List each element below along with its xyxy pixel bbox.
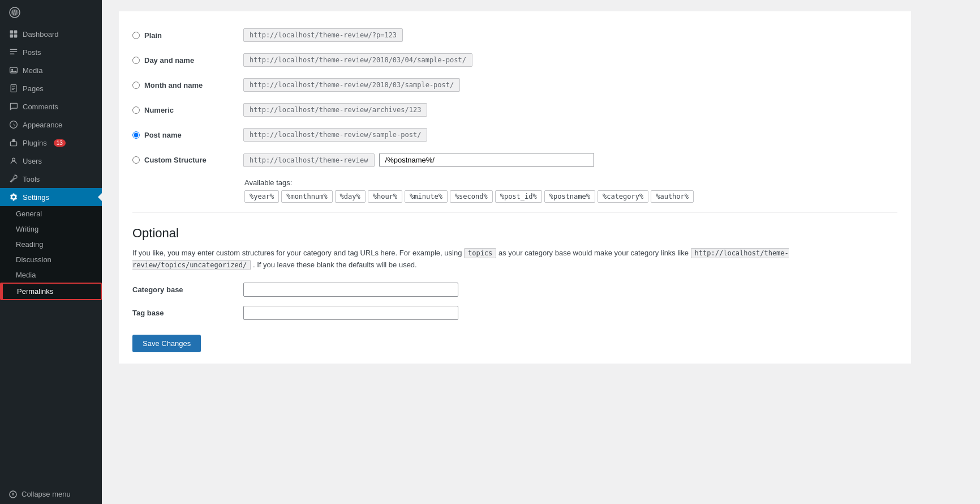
tag-hour[interactable]: %hour% [368,190,402,203]
permalink-option-label-post-name: Post name [144,131,182,139]
permalink-radio-custom[interactable] [132,156,140,164]
submenu-item-media[interactable]: Media [0,267,102,283]
sidebar-item-settings[interactable]: Settings [0,188,102,206]
sidebar-item-dashboard[interactable]: Dashboard [0,25,102,43]
sidebar-label-dashboard: Dashboard [23,30,59,39]
svg-rect-9 [10,67,18,73]
permalink-url-custom-prefix: http://localhost/theme-review [243,153,375,167]
permalink-radio-numeric[interactable] [132,106,140,114]
sidebar-item-plugins[interactable]: Plugins 13 [0,134,102,152]
optional-desc-part1: If you like, you may enter custom struct… [132,249,462,257]
svg-rect-14 [12,89,14,90]
save-changes-button[interactable]: Save Changes [132,335,201,352]
sidebar-item-media[interactable]: Media [0,61,102,79]
svg-rect-13 [12,88,15,88]
submenu-item-general[interactable]: General [0,206,102,221]
media-icon [9,66,18,75]
sidebar-item-comments[interactable]: Comments [0,97,102,116]
appearance-icon [9,120,18,129]
sidebar-item-posts[interactable]: Posts [0,43,102,61]
dashboard-icon [9,29,18,39]
optional-section: Optional If you like, you may enter cust… [132,226,897,352]
permalink-option-label-custom: Custom Structure [144,156,207,164]
tag-category[interactable]: %category% [598,190,648,203]
sidebar-label-settings: Settings [23,193,49,202]
sidebar-item-users[interactable]: Users [0,152,102,170]
svg-rect-4 [10,35,14,38]
settings-icon [9,193,18,202]
collapse-menu-button[interactable]: Collapse menu [0,484,102,504]
sidebar-label-plugins: Plugins [23,139,47,147]
permalink-radio-month-name[interactable] [132,82,140,89]
svg-rect-7 [10,51,18,52]
category-base-label: Category base [132,285,234,294]
sidebar-item-pages[interactable]: Pages [0,79,102,97]
sidebar-label-posts: Posts [23,48,41,57]
permalink-option-label-numeric: Numeric [144,106,174,114]
permalink-label-post-name[interactable]: Post name [132,131,234,139]
submenu-item-reading[interactable]: Reading [0,237,102,252]
permalink-label-custom[interactable]: Custom Structure [132,156,234,164]
permalink-radio-post-name[interactable] [132,131,140,139]
permalink-url-month-name: http://localhost/theme-review/2018/03/sa… [243,78,460,92]
submenu-label-discussion: Discussion [16,255,51,264]
sidebar-label-media: Media [23,66,42,75]
plugins-badge: 13 [54,139,66,147]
svg-point-16 [12,158,15,161]
tag-base-input[interactable] [243,306,458,320]
tag-day[interactable]: %day% [335,190,366,203]
optional-desc-part2: as your category base would make your ca… [498,249,689,257]
svg-text:W: W [12,10,18,16]
tag-monthnum[interactable]: %monthnum% [281,190,332,203]
tag-second[interactable]: %second% [450,190,493,203]
optional-desc-part3: . If you leave these blank the defaults … [253,260,417,269]
submenu-item-discussion[interactable]: Discussion [0,252,102,267]
permalink-option-label-day-name: Day and name [144,56,194,65]
sidebar-label-pages: Pages [23,84,44,93]
sidebar: W Dashboard Posts Media Pages Comments A… [0,0,102,504]
submenu-item-writing[interactable]: Writing [0,221,102,237]
submenu-label-reading: Reading [16,240,43,249]
submenu-label-general: General [16,210,42,218]
permalink-label-numeric[interactable]: Numeric [132,106,234,114]
tags-list: %year% %monthnum% %day% %hour% %minute% … [244,190,897,203]
content-area: Plain http://localhost/theme-review/?p=1… [119,11,911,364]
tag-author[interactable]: %author% [651,190,694,203]
svg-rect-5 [14,35,18,38]
sidebar-item-tools[interactable]: Tools [0,170,102,188]
permalink-row-day-name: Day and name http://localhost/theme-revi… [132,48,897,72]
wordpress-logo-icon: W [9,7,20,18]
sidebar-item-appearance[interactable]: Appearance [0,116,102,134]
permalink-option-label-plain: Plain [144,31,162,40]
permalink-radio-plain[interactable] [132,32,140,39]
permalink-label-month-name[interactable]: Month and name [132,81,234,89]
tag-base-label: Tag base [132,309,234,317]
tag-post-id[interactable]: %post_id% [495,190,542,203]
wp-logo: W [0,0,102,25]
divider [132,212,897,212]
tag-minute[interactable]: %minute% [405,190,448,203]
permalink-url-post-name: http://localhost/theme-review/sample-pos… [243,128,427,142]
svg-rect-2 [10,31,14,34]
sidebar-label-tools: Tools [23,175,40,183]
custom-structure-inputs: http://localhost/theme-review [243,153,594,167]
permalink-label-plain[interactable]: Plain [132,31,234,40]
available-tags-label: Available tags: [244,178,897,187]
sidebar-label-users: Users [23,157,42,165]
optional-description: If you like, you may enter custom struct… [132,247,897,271]
submenu-item-permalinks[interactable]: Permalinks [0,283,102,300]
submenu-label-writing: Writing [16,225,38,233]
submenu-label-permalinks: Permalinks [17,287,53,296]
comments-icon [9,102,18,111]
permalink-radio-day-name[interactable] [132,57,140,64]
tools-icon [9,174,18,183]
category-base-input[interactable] [243,283,458,297]
tag-postname[interactable]: %postname% [544,190,595,203]
permalink-label-day-name[interactable]: Day and name [132,56,234,65]
permalink-row-plain: Plain http://localhost/theme-review/?p=1… [132,23,897,48]
optional-desc-code: topics [464,248,496,258]
tag-year[interactable]: %year% [244,190,279,203]
available-tags-section: Available tags: %year% %monthnum% %day% … [244,178,897,203]
permalink-url-day-name: http://localhost/theme-review/2018/03/04… [243,53,472,67]
custom-structure-input[interactable] [379,153,594,167]
